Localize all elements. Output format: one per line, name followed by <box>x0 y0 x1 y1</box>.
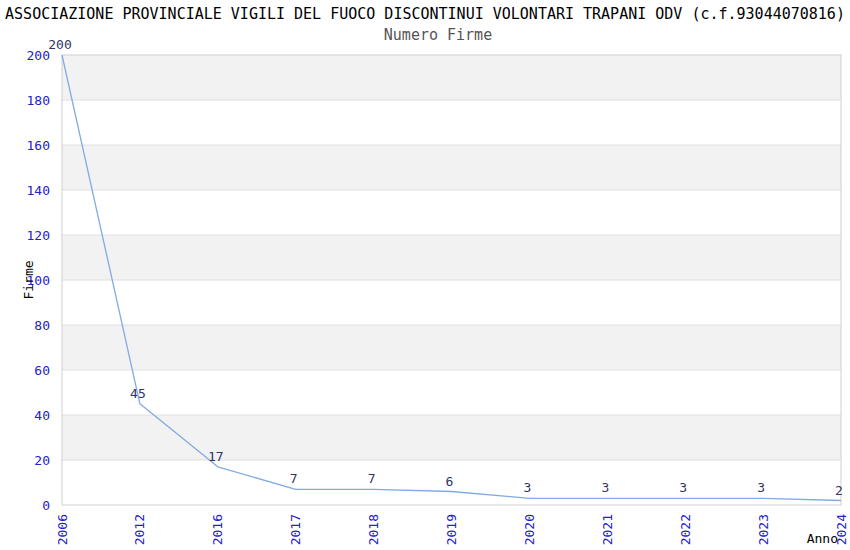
data-point-label: 3 <box>523 480 531 495</box>
y-axis-tick-label: 20 <box>34 453 50 468</box>
x-axis-tick-label: 2021 <box>600 514 615 545</box>
x-axis-tick-label: 2006 <box>55 514 70 545</box>
x-axis-tick-label: 2020 <box>522 514 537 545</box>
plot-band <box>62 55 841 100</box>
data-point-label: 6 <box>446 474 454 489</box>
y-axis-tick-label: 0 <box>42 498 50 513</box>
y-axis-tick-label: 120 <box>27 228 50 243</box>
x-axis-tick-label: 2016 <box>210 514 225 545</box>
data-point-label: 17 <box>208 449 224 464</box>
y-axis-tick-label: 160 <box>27 138 50 153</box>
data-point-label: 45 <box>130 386 146 401</box>
x-axis-tick-label: 2019 <box>444 514 459 545</box>
line-chart: 0204060801001201401601802002006201220162… <box>0 0 850 550</box>
y-axis-tick-label: 80 <box>34 318 50 333</box>
data-point-label: 3 <box>757 480 765 495</box>
data-point-label: 2 <box>835 483 843 498</box>
y-axis-title: Firme <box>21 260 36 299</box>
y-axis-tick-label: 40 <box>34 408 50 423</box>
y-axis-tick-label: 60 <box>34 363 50 378</box>
data-point-label: 3 <box>679 480 687 495</box>
chart-page: ASSOCIAZIONE PROVINCIALE VIGILI DEL FUOC… <box>0 0 850 550</box>
x-axis-tick-label: 2022 <box>678 514 693 545</box>
plot-band <box>62 235 841 280</box>
y-axis-tick-label: 140 <box>27 183 50 198</box>
plot-band <box>62 415 841 460</box>
y-axis-tick-label: 200 <box>27 48 50 63</box>
data-point-label: 3 <box>601 480 609 495</box>
y-axis-tick-label: 180 <box>27 93 50 108</box>
data-point-label: 200 <box>48 37 71 52</box>
x-axis-tick-label: 2017 <box>288 514 303 545</box>
x-axis-tick-label: 2018 <box>366 514 381 545</box>
x-axis-tick-label: 2012 <box>132 514 147 545</box>
plot-band <box>62 145 841 190</box>
x-axis-title: Anno <box>807 531 838 546</box>
x-axis-tick-label: 2023 <box>756 514 771 545</box>
data-point-label: 7 <box>290 471 298 486</box>
data-point-label: 7 <box>368 471 376 486</box>
plot-band <box>62 325 841 370</box>
